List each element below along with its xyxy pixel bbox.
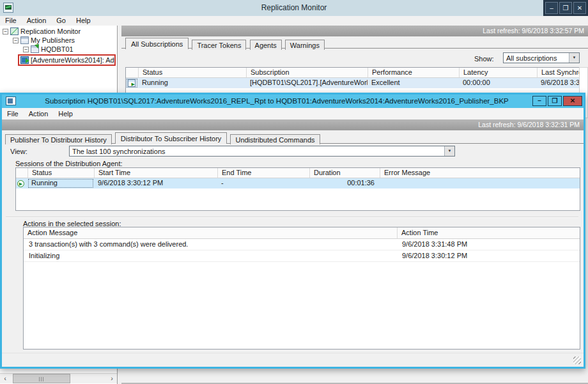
sessions-table-header: Status Start Time End Time Duration Erro… (16, 168, 580, 178)
main-menubar: File Action Go Help (0, 16, 588, 26)
tree-label: Replication Monitor (20, 27, 81, 35)
show-combobox[interactable]: All subscriptions ▼ (503, 52, 580, 63)
col-last-synchron[interactable]: Last Synchron (537, 68, 579, 77)
col-action-message[interactable]: Action Message (24, 227, 397, 238)
dialog-last-refresh-bar: Last refresh: 9/6/2018 3:32:31 PM (2, 119, 584, 130)
dialog-statusbar (2, 353, 584, 367)
cell-duration: 00:01:36 (309, 178, 380, 188)
session-row[interactable]: ▶ Running 9/6/2018 3:30:12 PM - 00:01:36 (16, 178, 580, 188)
main-panel-bottom (121, 369, 588, 384)
collapse-icon[interactable]: − (3, 29, 8, 35)
col-error-message[interactable]: Error Message (380, 168, 580, 178)
cell-status: Running (138, 78, 246, 88)
tree-item-replication-monitor[interactable]: − Replication Monitor (0, 27, 117, 36)
scrollbar-thumb[interactable] (13, 374, 70, 383)
col-subscription[interactable]: Subscription (246, 68, 368, 77)
cell-action-time: 9/6/2018 3:30:12 PM (397, 250, 580, 261)
tab-publisher-to-distributor[interactable]: Publisher To Distributor History (5, 134, 112, 144)
actions-table-header: Action Message Action Time (24, 227, 580, 239)
dropdown-arrow-icon[interactable]: ▼ (444, 146, 454, 156)
tree-item-adventureworks2014[interactable]: [AdventureWorks2014]: Adve (0, 54, 117, 66)
col-performance[interactable]: Performance (368, 68, 459, 77)
sessions-table: Status Start Time End Time Duration Erro… (15, 167, 580, 211)
main-window-caption-buttons: – ❐ ✕ (543, 0, 588, 16)
view-combobox[interactable]: The last 100 synchronizations ▼ (69, 146, 455, 157)
tab-all-subscriptions[interactable]: All Subscriptions (125, 38, 189, 49)
close-button[interactable]: ✕ (573, 2, 586, 14)
menu-action[interactable]: Action (22, 16, 52, 26)
menu-help[interactable]: Help (71, 16, 96, 26)
tab-agents[interactable]: Agents (250, 40, 282, 50)
maximize-button[interactable]: ❐ (559, 2, 572, 14)
dialog-close-button[interactable]: ✕ (563, 96, 582, 106)
actions-table: Action Message Action Time 3 transaction… (23, 227, 580, 349)
tree-item-hqdbt01[interactable]: − HQDBT01 (0, 45, 117, 54)
dialog-window-icon (6, 96, 16, 105)
minimize-button[interactable]: – (545, 2, 558, 14)
cell-action-message: 3 transaction(s) with 3 command(s) were … (24, 239, 397, 250)
tree-item-my-publishers[interactable]: − My Publishers (0, 36, 117, 45)
tab-warnings[interactable]: Warnings (285, 40, 325, 50)
col-start-time[interactable]: Start Time (94, 168, 217, 178)
resize-grip[interactable] (573, 357, 581, 364)
running-status-icon: ▶ (17, 180, 24, 187)
col-latency[interactable]: Latency (459, 68, 537, 77)
tab-tracer-tokens[interactable]: Tracer Tokens (192, 40, 246, 50)
replication-monitor-icon (10, 27, 19, 35)
collapse-icon[interactable]: − (23, 47, 29, 52)
col-status[interactable]: Status (27, 168, 94, 178)
status-icon-cell: ▶ (16, 178, 27, 188)
dropdown-arrow-icon[interactable]: ▼ (569, 53, 579, 63)
cell-end-time: - (217, 178, 309, 188)
server-icon (31, 45, 39, 53)
main-tabstrip: All Subscriptions Tracer Tokens Agents W… (121, 37, 588, 49)
action-row[interactable]: 3 transaction(s) with 3 command(s) were … (24, 239, 580, 250)
col-status[interactable]: Status (138, 68, 246, 77)
tab-undistributed-commands[interactable]: Undistributed Commands (230, 134, 320, 144)
col-duration[interactable]: Duration (309, 168, 380, 178)
subscriptions-table-header: Status Subscription Performance Latency … (126, 68, 579, 78)
dialog-maximize-button[interactable]: ❐ (548, 96, 562, 106)
tree-horizontal-scrollbar[interactable]: ‹ › (0, 373, 117, 383)
subscription-dialog: Subscription HQDBT01\SQL2017:AdventureWo… (0, 93, 585, 369)
col-end-time[interactable]: End Time (217, 168, 309, 178)
header-spacer (126, 68, 138, 77)
dialog-menu-file[interactable]: File (2, 109, 24, 119)
sessions-label: Sessions of the Distribution Agent: (15, 160, 123, 167)
view-combobox-value: The last 100 synchronizations (70, 148, 444, 155)
divider (6, 217, 578, 218)
tab-distributor-to-subscriber[interactable]: Distributor To Subscriber History (115, 132, 228, 144)
header-spacer (16, 168, 27, 178)
main-window-titlebar: Replication Monitor (0, 0, 588, 16)
dialog-menu-help[interactable]: Help (53, 109, 78, 119)
menu-file[interactable]: File (0, 16, 22, 26)
col-action-time[interactable]: Action Time (397, 227, 580, 238)
dialog-menubar: File Action Help (2, 108, 584, 119)
cell-latency: 00:00:00 (459, 78, 537, 88)
publication-icon (20, 56, 29, 64)
screen: Replication Monitor – ❐ ✕ File Action Go… (0, 0, 588, 384)
collapse-icon[interactable]: − (13, 38, 19, 43)
view-label: View: (10, 148, 27, 155)
dialog-title: Subscription HQDBT01\SQL2017:AdventureWo… (21, 95, 532, 108)
running-status-icon: ▶ (128, 79, 135, 87)
menu-go[interactable]: Go (51, 16, 71, 26)
dialog-tabstrip: Publisher To Distributor History Distrib… (5, 132, 584, 144)
cell-subscription: [HQDBT01\SQL2017].[AdventureWorks2016_RE… (246, 78, 368, 88)
main-last-refresh-bar: Last refresh: 9/6/2018 3:32:57 PM (121, 26, 588, 36)
tree-label: [AdventureWorks2014]: Adve (31, 56, 116, 64)
scroll-right-icon[interactable]: › (107, 374, 117, 383)
cell-status: Running (27, 178, 94, 188)
action-row[interactable]: Initializing 9/6/2018 3:30:12 PM (24, 250, 580, 262)
tree-label: HQDBT01 (41, 45, 74, 53)
cell-action-time: 9/6/2018 3:31:48 PM (397, 239, 580, 250)
scroll-left-icon[interactable]: ‹ (0, 374, 10, 383)
publishers-icon (20, 36, 29, 44)
dialog-menu-action[interactable]: Action (24, 109, 54, 119)
dialog-titlebar: Subscription HQDBT01\SQL2017:AdventureWo… (2, 95, 584, 108)
cell-action-message: Initializing (24, 250, 397, 261)
dialog-minimize-button[interactable]: – (532, 96, 546, 106)
status-icon-cell: ▶ (126, 78, 138, 88)
scrollbar-track[interactable] (70, 374, 107, 383)
subscription-row[interactable]: ▶ Running [HQDBT01\SQL2017].[AdventureWo… (126, 78, 579, 88)
